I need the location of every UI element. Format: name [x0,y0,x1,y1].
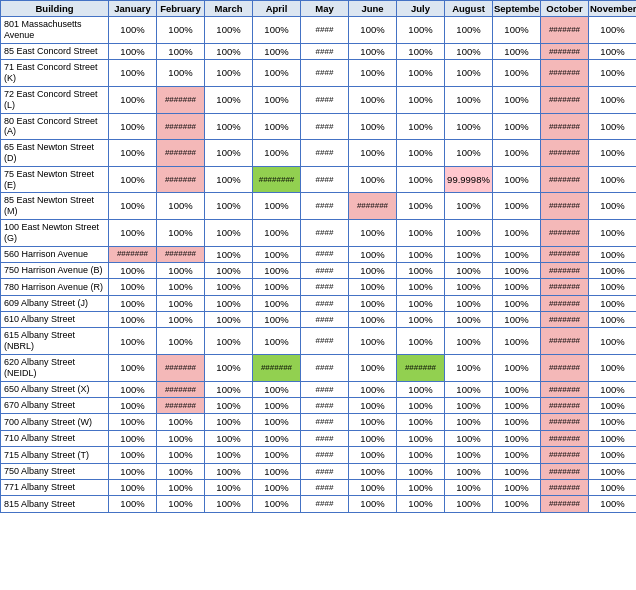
month-cell: 100% [109,166,157,193]
month-cell: 100% [493,43,541,59]
month-cell: 100% [397,246,445,262]
month-cell: 100% [493,463,541,479]
month-cell: 100% [445,246,493,262]
building-cell: 72 East Concord Street (L) [1,86,109,113]
table-row: 801 Massachusetts Avenue100%100%100%100%… [1,17,637,44]
month-cell: 100% [205,355,253,382]
month-cell: 100% [349,262,397,278]
table-row: 620 Albany Street (NEIDL)100%#######100%… [1,355,637,382]
month-cell: 100% [493,328,541,355]
table-row: 100 East Newton Street (G)100%100%100%10… [1,219,637,246]
month-cell: 100% [205,113,253,140]
building-cell: 780 Harrison Avenue (R) [1,279,109,295]
month-cell: 100% [349,312,397,328]
month-cell: 100% [109,447,157,463]
month-cell: 100% [349,166,397,193]
month-cell: 100% [445,414,493,430]
month-cell: 100% [349,398,397,414]
month-cell: 100% [349,140,397,167]
month-cell: 100% [157,496,205,512]
month-cell: #### [301,447,349,463]
month-cell: 100% [493,480,541,496]
month-cell: 100% [109,398,157,414]
building-cell: 710 Albany Street [1,430,109,446]
table-row: 85 East Concord Street100%100%100%100%##… [1,43,637,59]
table-row: 75 East Newton Street (E)100%#######100%… [1,166,637,193]
month-cell: 100% [205,430,253,446]
month-cell: 100% [589,398,637,414]
month-cell: 100% [493,295,541,311]
month-cell: ####### [541,193,589,220]
table-row: 71 East Concord Street (K)100%100%100%10… [1,60,637,87]
table-row: 780 Harrison Avenue (R)100%100%100%100%#… [1,279,637,295]
month-cell: 100% [109,355,157,382]
table-body: 801 Massachusetts Avenue100%100%100%100%… [1,17,637,512]
month-cell: 100% [589,447,637,463]
table-row: 72 East Concord Street (L)100%#######100… [1,86,637,113]
month-cell: 100% [349,17,397,44]
table-row: 610 Albany Street100%100%100%100%####100… [1,312,637,328]
table-row: 650 Albany Street (X)100%#######100%100%… [1,381,637,397]
month-cell: ####### [541,414,589,430]
month-cell: 100% [397,166,445,193]
month-cell: #### [301,496,349,512]
month-cell: 100% [205,17,253,44]
month-cell: 100% [205,246,253,262]
month-cell: 100% [397,496,445,512]
month-cell: 100% [445,463,493,479]
month-cell: 100% [157,295,205,311]
building-cell: 85 East Newton Street (M) [1,193,109,220]
month-cell: 100% [157,312,205,328]
month-cell: 100% [109,496,157,512]
month-cell: 100% [493,86,541,113]
building-cell: 670 Albany Street [1,398,109,414]
month-cell: 100% [349,86,397,113]
month-cell: 100% [493,219,541,246]
month-cell: 100% [205,295,253,311]
month-cell: ####### [541,86,589,113]
month-cell: 100% [493,246,541,262]
month-cell: 100% [349,480,397,496]
building-cell: 609 Albany Street (J) [1,295,109,311]
month-cell: #### [301,140,349,167]
month-cell: 100% [157,193,205,220]
month-cell: 100% [349,60,397,87]
month-cell: 100% [397,279,445,295]
month-cell: 100% [109,219,157,246]
table-row: 560 Harrison Avenue##############100%100… [1,246,637,262]
month-cell: #### [301,381,349,397]
month-cell: 100% [109,262,157,278]
table-row: 750 Harrison Avenue (B)100%100%100%100%#… [1,262,637,278]
month-cell: ####### [541,166,589,193]
month-cell: 100% [589,43,637,59]
month-cell: 100% [157,480,205,496]
month-cell: 100% [397,328,445,355]
month-cell: ####### [157,246,205,262]
table-row: 750 Albany Street100%100%100%100%####100… [1,463,637,479]
month-cell: 100% [589,381,637,397]
month-cell: 100% [205,60,253,87]
month-cell: ####### [541,246,589,262]
month-cell: ####### [541,295,589,311]
month-cell: 100% [397,219,445,246]
month-cell: 100% [349,113,397,140]
month-cell: 100% [349,496,397,512]
month-cell: 100% [157,463,205,479]
month-cell: ####### [541,496,589,512]
month-cell: #### [301,312,349,328]
month-cell: 100% [589,312,637,328]
month-cell: 100% [109,295,157,311]
col-header-building: Building [1,1,109,17]
month-cell: ####### [541,355,589,382]
month-cell: 100% [349,279,397,295]
month-cell: 100% [445,140,493,167]
building-cell: 560 Harrison Avenue [1,246,109,262]
month-cell: 100% [589,295,637,311]
month-cell: 100% [397,381,445,397]
col-header-mar: March [205,1,253,17]
month-cell: 100% [205,262,253,278]
month-cell: #### [301,463,349,479]
month-cell: 100% [157,447,205,463]
building-cell: 700 Albany Street (W) [1,414,109,430]
building-cell: 85 East Concord Street [1,43,109,59]
